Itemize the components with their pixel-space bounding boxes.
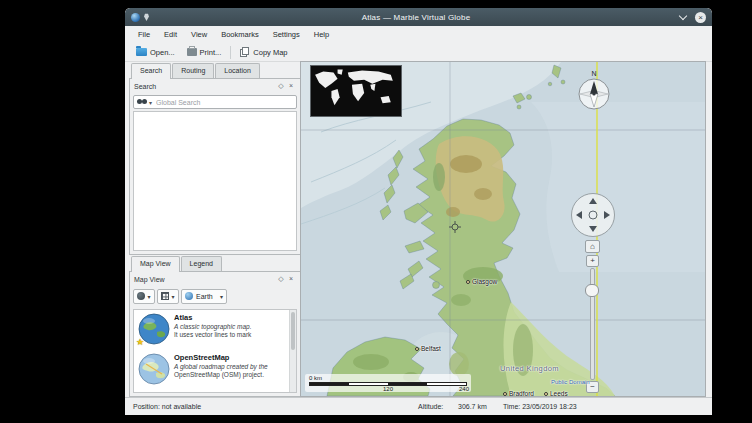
view-mode-button[interactable]: ▾ (157, 289, 179, 304)
search-tabbar: Search Routing Location (129, 62, 301, 78)
float-panel-button[interactable]: ◇ (276, 81, 286, 91)
theme-text: Atlas A classic topographic map. It uses… (174, 313, 251, 347)
search-box[interactable]: ▾ (133, 95, 297, 109)
map-theme-list: ★ Atlas A classic topographic map. It us… (133, 309, 297, 393)
theme-name: Atlas (174, 313, 251, 323)
celestial-body-select[interactable]: Earth ▾ (181, 289, 227, 304)
close-panel-button[interactable]: × (286, 81, 296, 91)
pin-icon (143, 13, 150, 21)
menu-item-edit[interactable]: Edit (157, 28, 184, 41)
menu-item-settings[interactable]: Settings (266, 28, 307, 41)
tab-map-view[interactable]: Map View (131, 256, 180, 271)
pan-up-button[interactable] (589, 198, 597, 204)
city-label-leeds: Leeds (544, 390, 568, 396)
map-view-controls: ▾ ▾ Earth ▾ (130, 286, 300, 306)
copy-icon (240, 47, 250, 57)
recenter-icon[interactable] (589, 211, 598, 220)
compass-art: N (579, 70, 609, 109)
status-altitude-label: Altitude: (418, 403, 443, 410)
theme-list-scrollbar[interactable] (289, 310, 296, 392)
printer-icon (187, 48, 197, 56)
city-label-glasgow: Glasgow (466, 278, 497, 285)
scrollbar-thumb[interactable] (291, 312, 295, 350)
print-button[interactable]: Print... (181, 46, 228, 59)
city-dot-icon (544, 392, 548, 396)
menu-item-help[interactable]: Help (307, 28, 336, 41)
close-panel-button[interactable]: × (286, 274, 296, 284)
world-map-icon (311, 66, 401, 116)
grid-icon (161, 292, 169, 300)
theme-item-atlas[interactable]: ★ Atlas A classic topographic map. It us… (134, 310, 296, 350)
celestial-body-value: Earth (196, 293, 213, 300)
statusbar: Position: not available Altitude: 306.7 … (125, 397, 712, 415)
globe-art (139, 354, 169, 384)
open-button[interactable]: Open... (130, 46, 181, 59)
search-input[interactable] (154, 98, 293, 107)
scale-bar: 0 km 120 240 (305, 374, 471, 392)
theme-name: OpenStreetMap (174, 353, 268, 363)
float-panel-button[interactable]: ◇ (276, 274, 286, 284)
tab-location[interactable]: Location (215, 63, 259, 78)
menu-item-view[interactable]: View (184, 28, 214, 41)
city-label-bradford: Bradford (503, 390, 534, 396)
desktop-background: Atlas — Marble Virtual Globe × File Edit… (0, 0, 752, 423)
toolbar-separator (230, 46, 231, 59)
pan-down-button[interactable] (589, 226, 597, 232)
copy-map-button-label: Copy Map (253, 48, 287, 57)
toolbar: Open... Print... Copy Map (125, 43, 712, 62)
city-dot-icon (415, 347, 419, 351)
search-panel: Search ◇ × ▾ (129, 78, 301, 255)
marble-app-window: Atlas — Marble Virtual Globe × File Edit… (125, 8, 712, 415)
compass-widget[interactable]: N (571, 66, 617, 114)
tab-legend[interactable]: Legend (181, 256, 222, 271)
map-viewport[interactable]: N (301, 62, 705, 396)
shade-button[interactable] (678, 12, 688, 22)
overview-world-map[interactable] (310, 65, 402, 117)
theme-description-line1: A classic topographic map. (174, 323, 251, 331)
navigation-pad[interactable] (571, 193, 615, 237)
globe-thumbnail-icon (138, 353, 170, 385)
status-altitude-value: 306.7 km (458, 403, 487, 410)
tab-search[interactable]: Search (131, 63, 171, 78)
main-area: Search Routing Location Search ◇ × ▾ (125, 62, 712, 397)
search-panel-title: Search (134, 83, 156, 90)
crosshair-art (449, 221, 461, 233)
view-tabbar: Map View Legend (129, 255, 301, 271)
projection-globe-icon (137, 292, 145, 300)
menubar: File Edit View Bookmarks Settings Help (125, 26, 712, 43)
copy-map-button[interactable]: Copy Map (234, 45, 293, 59)
home-button[interactable]: ⌂ (585, 240, 600, 253)
zoom-slider-handle[interactable] (585, 284, 599, 297)
license-label[interactable]: Public Domain (551, 379, 590, 385)
projection-button[interactable]: ▾ (133, 289, 155, 304)
zoom-in-button[interactable]: + (586, 255, 599, 267)
theme-thumbnail (138, 353, 170, 385)
titlebar[interactable]: Atlas — Marble Virtual Globe × (125, 8, 712, 26)
search-panel-header: Search ◇ × (130, 79, 300, 93)
country-label-united-kingdom: United Kingdom (500, 364, 559, 373)
theme-thumbnail: ★ (138, 313, 170, 345)
pan-right-button[interactable] (604, 211, 610, 219)
window-title: Atlas — Marble Virtual Globe (154, 13, 678, 22)
map-view-panel-title: Map View (134, 276, 165, 283)
sidebar: Search Routing Location Search ◇ × ▾ (129, 62, 301, 397)
continents-art (311, 66, 401, 115)
favorite-star-icon: ★ (136, 337, 144, 347)
tab-routing[interactable]: Routing (172, 63, 214, 78)
map-view-panel-header: Map View ◇ × (130, 272, 300, 286)
search-row: ▾ (130, 93, 300, 111)
search-options-caret-icon[interactable]: ▾ (149, 99, 152, 106)
close-button[interactable]: × (695, 12, 706, 23)
earth-icon (185, 292, 193, 300)
scale-tick-120: 120 (383, 386, 393, 392)
open-button-label: Open... (150, 48, 175, 57)
theme-text: OpenStreetMap A global roadmap created b… (174, 353, 268, 387)
theme-item-openstreetmap[interactable]: OpenStreetMap A global roadmap created b… (134, 350, 296, 390)
scale-tick-240: 240 (459, 386, 469, 392)
chevron-down-icon: ▾ (147, 293, 150, 300)
menu-item-file[interactable]: File (131, 28, 157, 41)
chevron-down-icon: ▾ (171, 293, 174, 300)
menu-item-bookmarks[interactable]: Bookmarks (214, 28, 266, 41)
search-results-list[interactable] (133, 111, 297, 251)
pan-left-button[interactable] (576, 211, 582, 219)
